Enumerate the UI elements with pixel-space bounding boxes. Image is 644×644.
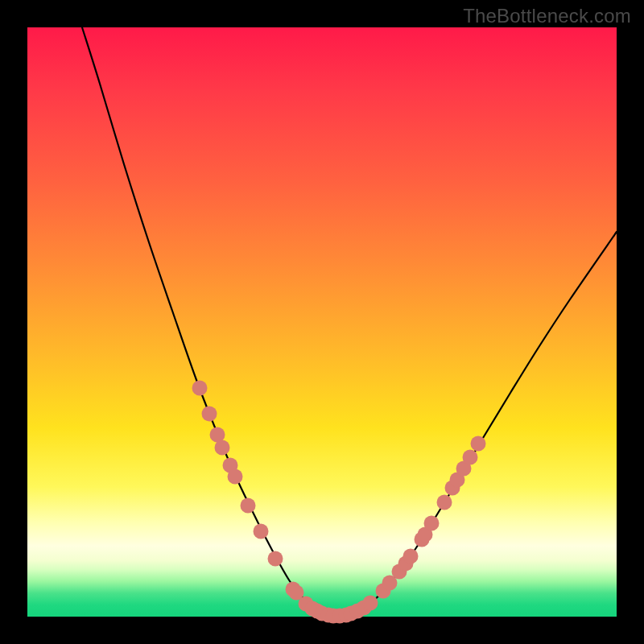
- watermark-text: TheBottleneck.com: [463, 5, 631, 27]
- curve-marker: [192, 381, 208, 396]
- curve-marker: [228, 469, 243, 485]
- curve-marker: [471, 436, 486, 452]
- curve-markers: [192, 381, 486, 624]
- curve-marker: [202, 407, 217, 422]
- curve-marker: [268, 551, 283, 567]
- curve-marker: [363, 596, 378, 611]
- curve-marker: [463, 450, 478, 465]
- chart-stage: TheBottleneck.com: [0, 0, 644, 644]
- bottleneck-curve: [82, 27, 617, 616]
- curve-marker: [241, 498, 256, 514]
- curve-marker: [403, 549, 419, 564]
- curve-layer: [27, 27, 617, 617]
- curve-marker: [437, 495, 452, 510]
- curve-marker: [215, 440, 230, 456]
- curve-marker: [424, 516, 440, 531]
- curve-marker: [254, 524, 269, 539]
- plot-area: [27, 27, 617, 617]
